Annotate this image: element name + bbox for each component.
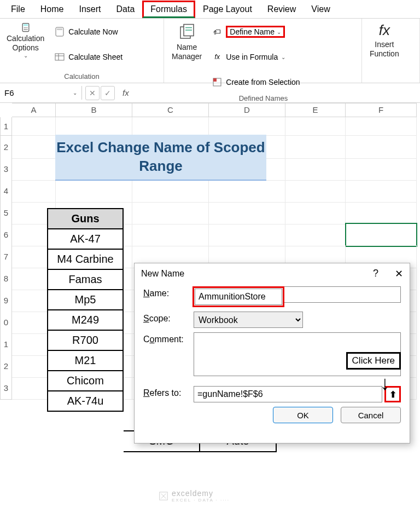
refers-to-input[interactable] xyxy=(194,386,382,402)
column-header[interactable]: C xyxy=(132,103,209,117)
enter-formula-button[interactable]: ✓ xyxy=(101,86,115,100)
row-header[interactable]: 2 xyxy=(0,136,12,159)
name-box[interactable]: F6 ⌄ xyxy=(0,86,82,100)
menu-page-layout[interactable]: Page Layout xyxy=(195,1,260,18)
chevron-down-icon[interactable]: ⌄ xyxy=(73,90,77,96)
cell[interactable] xyxy=(285,158,346,181)
cell[interactable] xyxy=(209,180,285,203)
cell[interactable] xyxy=(346,117,417,136)
row-header[interactable]: 9 xyxy=(0,289,12,312)
row-header[interactable]: 0 xyxy=(0,311,12,334)
table-row[interactable]: M249 xyxy=(48,310,123,330)
svg-rect-1 xyxy=(23,24,27,26)
fx-large-icon: fx xyxy=(379,22,390,39)
cell[interactable] xyxy=(285,117,346,136)
cell[interactable] xyxy=(56,117,132,136)
cell[interactable] xyxy=(132,180,209,203)
menu-home[interactable]: Home xyxy=(33,1,72,18)
table-row[interactable]: Chicom xyxy=(48,371,123,391)
table-row[interactable]: M4 Carbine xyxy=(48,249,123,269)
calculate-sheet-button[interactable]: Calculate Sheet xyxy=(52,46,125,68)
svg-rect-10 xyxy=(55,54,64,60)
name-input-ext[interactable] xyxy=(284,286,401,303)
cell[interactable] xyxy=(346,223,417,246)
insert-function-label: Insert Function xyxy=(370,40,399,59)
table-row[interactable]: R700 xyxy=(48,330,123,350)
ribbon: Calculation Options ⌄ Calculate Now Calc… xyxy=(0,19,420,83)
chevron-down-icon: ⌄ xyxy=(24,53,28,59)
help-button[interactable]: ? xyxy=(373,268,378,280)
name-manager-icon xyxy=(177,22,197,42)
cell[interactable] xyxy=(132,223,209,246)
row-header[interactable]: 8 xyxy=(0,267,12,290)
column-header[interactable]: F xyxy=(346,103,417,117)
menu-formulas[interactable]: Formulas xyxy=(142,1,195,18)
svg-point-5 xyxy=(24,29,25,30)
row-header[interactable]: 3 xyxy=(0,377,12,400)
table-row[interactable]: AK-74u xyxy=(48,391,123,411)
cell[interactable] xyxy=(12,180,56,203)
cancel-button[interactable]: Cancel xyxy=(341,407,401,423)
column-header[interactable]: B xyxy=(56,103,132,117)
calculation-group-label: Calculation xyxy=(4,71,159,82)
cell[interactable] xyxy=(56,180,132,203)
cell[interactable] xyxy=(132,117,209,136)
cell[interactable] xyxy=(346,158,417,181)
cell[interactable] xyxy=(209,201,285,224)
table-row[interactable]: Mp5 xyxy=(48,290,123,310)
cell[interactable] xyxy=(346,136,417,159)
cell[interactable] xyxy=(285,223,346,246)
close-button[interactable]: ✕ xyxy=(395,268,403,280)
column-header[interactable]: E xyxy=(285,103,346,117)
table-row[interactable]: Famas xyxy=(48,269,123,290)
menu-data[interactable]: Data xyxy=(108,1,142,18)
menu-review[interactable]: Review xyxy=(260,1,304,18)
cell[interactable] xyxy=(346,201,417,224)
cell[interactable] xyxy=(12,136,56,159)
name-manager-button[interactable]: Name Manager xyxy=(170,21,204,62)
row-header[interactable]: 1 xyxy=(0,117,12,136)
menu-view[interactable]: View xyxy=(304,1,337,18)
use-in-formula-button[interactable]: fx Use in Formula ⌄ xyxy=(209,46,302,68)
scope-select[interactable]: Workbook xyxy=(194,312,303,328)
cell[interactable] xyxy=(209,117,285,136)
ok-button[interactable]: OK xyxy=(273,407,333,423)
row-header[interactable]: 5 xyxy=(0,201,12,224)
cancel-formula-button[interactable]: ✕ xyxy=(85,86,100,100)
row-header[interactable]: 4 xyxy=(0,180,12,203)
cell[interactable] xyxy=(12,117,56,136)
calculation-options-button[interactable]: Calculation Options ⌄ xyxy=(4,21,46,60)
cell[interactable] xyxy=(285,180,346,203)
cell[interactable] xyxy=(132,201,209,224)
row-header[interactable]: 7 xyxy=(0,245,12,268)
svg-point-3 xyxy=(25,27,26,28)
column-header[interactable]: D xyxy=(209,103,285,117)
calculate-now-button[interactable]: Calculate Now xyxy=(52,21,125,43)
menu-insert[interactable]: Insert xyxy=(71,1,108,18)
cell[interactable] xyxy=(209,223,285,246)
cell[interactable] xyxy=(12,158,56,181)
name-input[interactable] xyxy=(195,289,282,305)
define-name-button[interactable]: 🏷 Define Name ⌄ xyxy=(209,21,302,43)
row-header[interactable]: 3 xyxy=(0,158,12,181)
row-header[interactable]: 2 xyxy=(0,355,12,378)
define-name-label: Define Name xyxy=(230,27,275,36)
row-header[interactable]: 6 xyxy=(0,223,12,246)
sheet-title: Excel Change Name of Scoped Range xyxy=(55,135,266,181)
arrow-annotation: ↓ xyxy=(380,372,390,395)
cell[interactable] xyxy=(285,136,346,159)
cell[interactable] xyxy=(346,180,417,203)
row-header[interactable]: 1 xyxy=(0,333,12,356)
menu-file[interactable]: File xyxy=(3,1,33,18)
table-row[interactable]: AK-47 xyxy=(48,229,123,249)
name-box-value: F6 xyxy=(4,88,14,97)
table-row[interactable]: M21 xyxy=(48,350,123,371)
cell[interactable] xyxy=(285,201,346,224)
insert-function-button[interactable]: fx Insert Function xyxy=(368,21,401,60)
svg-point-2 xyxy=(24,27,25,28)
column-header[interactable]: A xyxy=(12,103,56,117)
tag-icon: 🏷 xyxy=(212,26,223,37)
svg-rect-9 xyxy=(57,28,62,30)
dialog-title: New Name xyxy=(141,269,184,279)
fx-icon: fx xyxy=(212,51,223,62)
